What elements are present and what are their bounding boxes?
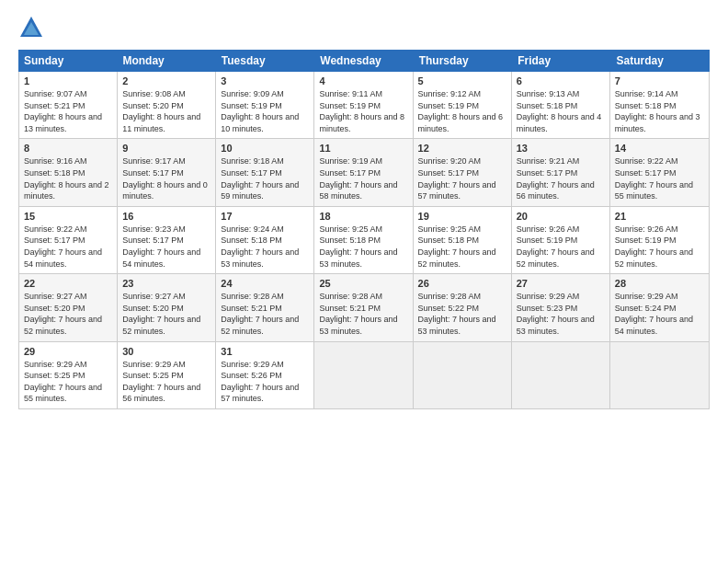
calendar-cell: 30Sunrise: 9:29 AMSunset: 5:25 PMDayligh… [118,342,216,408]
calendar-cell: 22Sunrise: 9:27 AMSunset: 5:20 PMDayligh… [19,274,118,340]
calendar-cell: 9Sunrise: 9:17 AMSunset: 5:17 PMDaylight… [118,139,216,205]
day-number: 9 [122,143,210,154]
day-number: 29 [24,346,112,357]
calendar-cell [512,342,610,408]
calendar-body-outer: 1Sunrise: 9:07 AMSunset: 5:21 PMDaylight… [18,72,710,409]
calendar-cell: 1Sunrise: 9:07 AMSunset: 5:21 PMDaylight… [19,72,118,138]
calendar-cell: 20Sunrise: 9:26 AMSunset: 5:19 PMDayligh… [512,207,610,273]
logo [18,15,48,40]
page: SundayMondayTuesdayWednesdayThursdayFrid… [0,0,728,563]
cell-info: Sunrise: 9:14 AMSunset: 5:18 PMDaylight:… [615,88,704,134]
calendar-cell: 19Sunrise: 9:25 AMSunset: 5:18 PMDayligh… [414,207,512,273]
cell-info: Sunrise: 9:24 AMSunset: 5:18 PMDaylight:… [221,224,309,270]
day-number: 23 [122,278,210,289]
calendar-row: 29Sunrise: 9:29 AMSunset: 5:25 PMDayligh… [19,342,709,408]
cell-info: Sunrise: 9:29 AMSunset: 5:26 PMDaylight:… [221,359,309,405]
day-number: 11 [319,143,407,154]
cell-info: Sunrise: 9:28 AMSunset: 5:21 PMDaylight:… [221,291,309,337]
cell-info: Sunrise: 9:12 AMSunset: 5:19 PMDaylight:… [418,88,506,134]
cell-info: Sunrise: 9:26 AMSunset: 5:19 PMDaylight:… [615,224,704,270]
cell-info: Sunrise: 9:27 AMSunset: 5:20 PMDaylight:… [122,291,210,337]
day-number: 6 [517,75,605,86]
cell-info: Sunrise: 9:21 AMSunset: 5:17 PMDaylight:… [517,155,605,201]
calendar-cell: 13Sunrise: 9:21 AMSunset: 5:17 PMDayligh… [512,139,610,205]
day-number: 4 [319,75,407,86]
cell-info: Sunrise: 9:29 AMSunset: 5:25 PMDaylight:… [122,359,210,405]
calendar-cell: 8Sunrise: 9:16 AMSunset: 5:18 PMDaylight… [19,139,118,205]
cell-info: Sunrise: 9:18 AMSunset: 5:17 PMDaylight:… [221,155,309,201]
calendar: SundayMondayTuesdayWednesdayThursdayFrid… [18,50,710,552]
calendar-cell: 2Sunrise: 9:08 AMSunset: 5:20 PMDaylight… [118,72,216,138]
header-day: Saturday [611,50,710,72]
cell-info: Sunrise: 9:28 AMSunset: 5:22 PMDaylight:… [418,291,506,337]
day-number: 18 [319,211,407,222]
day-number: 27 [517,278,605,289]
cell-info: Sunrise: 9:11 AMSunset: 5:19 PMDaylight:… [319,88,407,134]
calendar-cell: 14Sunrise: 9:22 AMSunset: 5:17 PMDayligh… [610,139,709,205]
header-day: Friday [512,50,610,72]
day-number: 15 [24,211,112,222]
calendar-cell: 16Sunrise: 9:23 AMSunset: 5:17 PMDayligh… [118,207,216,273]
calendar-cell: 17Sunrise: 9:24 AMSunset: 5:18 PMDayligh… [216,207,314,273]
day-number: 25 [319,278,407,289]
cell-info: Sunrise: 9:07 AMSunset: 5:21 PMDaylight:… [24,88,112,134]
day-number: 14 [615,143,704,154]
calendar-cell: 27Sunrise: 9:29 AMSunset: 5:23 PMDayligh… [512,274,610,340]
cell-info: Sunrise: 9:19 AMSunset: 5:17 PMDaylight:… [319,155,407,201]
calendar-cell: 11Sunrise: 9:19 AMSunset: 5:17 PMDayligh… [314,139,413,205]
header-day: Tuesday [216,50,314,72]
cell-info: Sunrise: 9:28 AMSunset: 5:21 PMDaylight:… [319,291,407,337]
cell-info: Sunrise: 9:22 AMSunset: 5:17 PMDaylight:… [615,155,704,201]
day-number: 22 [24,278,112,289]
header-day: Thursday [414,50,512,72]
day-number: 19 [418,211,506,222]
header-day: Sunday [18,50,117,72]
day-number: 26 [418,278,506,289]
calendar-cell: 24Sunrise: 9:28 AMSunset: 5:21 PMDayligh… [216,274,314,340]
header-day: Wednesday [314,50,413,72]
calendar-cell [314,342,413,408]
cell-info: Sunrise: 9:20 AMSunset: 5:17 PMDaylight:… [418,155,506,201]
calendar-cell [610,342,709,408]
calendar-cell: 7Sunrise: 9:14 AMSunset: 5:18 PMDaylight… [610,72,709,138]
calendar-row: 22Sunrise: 9:27 AMSunset: 5:20 PMDayligh… [19,274,709,341]
cell-info: Sunrise: 9:23 AMSunset: 5:17 PMDaylight:… [122,224,210,270]
calendar-cell: 25Sunrise: 9:28 AMSunset: 5:21 PMDayligh… [314,274,413,340]
calendar-body: 1Sunrise: 9:07 AMSunset: 5:21 PMDaylight… [19,72,709,408]
day-number: 5 [418,75,506,86]
day-number: 20 [517,211,605,222]
calendar-row: 15Sunrise: 9:22 AMSunset: 5:17 PMDayligh… [19,207,709,274]
day-number: 21 [615,211,704,222]
cell-info: Sunrise: 9:13 AMSunset: 5:18 PMDaylight:… [517,88,605,134]
day-number: 10 [221,143,309,154]
cell-info: Sunrise: 9:29 AMSunset: 5:24 PMDaylight:… [615,291,704,337]
calendar-row: 1Sunrise: 9:07 AMSunset: 5:21 PMDaylight… [19,72,709,139]
day-number: 8 [24,143,112,154]
cell-info: Sunrise: 9:16 AMSunset: 5:18 PMDaylight:… [24,155,112,201]
day-number: 31 [221,346,309,357]
day-number: 7 [615,75,704,86]
calendar-cell: 18Sunrise: 9:25 AMSunset: 5:18 PMDayligh… [314,207,413,273]
logo-icon [18,15,44,40]
cell-info: Sunrise: 9:27 AMSunset: 5:20 PMDaylight:… [24,291,112,337]
calendar-cell: 23Sunrise: 9:27 AMSunset: 5:20 PMDayligh… [118,274,216,340]
header-day: Monday [117,50,215,72]
day-number: 2 [122,75,210,86]
calendar-cell: 15Sunrise: 9:22 AMSunset: 5:17 PMDayligh… [19,207,118,273]
cell-info: Sunrise: 9:25 AMSunset: 5:18 PMDaylight:… [418,224,506,270]
cell-info: Sunrise: 9:22 AMSunset: 5:17 PMDaylight:… [24,224,112,270]
calendar-cell: 21Sunrise: 9:26 AMSunset: 5:19 PMDayligh… [610,207,709,273]
calendar-cell: 29Sunrise: 9:29 AMSunset: 5:25 PMDayligh… [19,342,118,408]
day-number: 17 [221,211,309,222]
cell-info: Sunrise: 9:17 AMSunset: 5:17 PMDaylight:… [122,155,210,201]
cell-info: Sunrise: 9:29 AMSunset: 5:23 PMDaylight:… [517,291,605,337]
calendar-header: SundayMondayTuesdayWednesdayThursdayFrid… [18,50,710,72]
calendar-cell: 26Sunrise: 9:28 AMSunset: 5:22 PMDayligh… [414,274,512,340]
calendar-cell: 28Sunrise: 9:29 AMSunset: 5:24 PMDayligh… [610,274,709,340]
calendar-cell: 31Sunrise: 9:29 AMSunset: 5:26 PMDayligh… [216,342,314,408]
day-number: 16 [122,211,210,222]
header [18,15,710,40]
day-number: 30 [122,346,210,357]
cell-info: Sunrise: 9:25 AMSunset: 5:18 PMDaylight:… [319,224,407,270]
day-number: 24 [221,278,309,289]
